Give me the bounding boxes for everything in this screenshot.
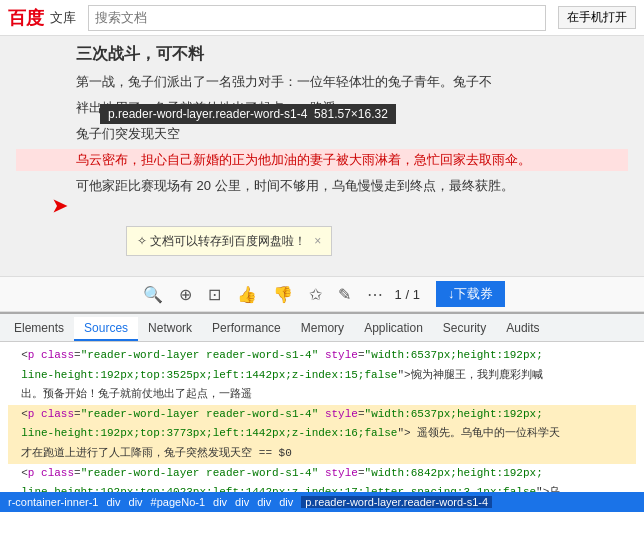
code-line-3: 出。预备开始！兔子就前仗地出了起点，一路遥	[8, 385, 636, 405]
devtools-content[interactable]: <p class="reader-word-layer reader-word-…	[0, 342, 644, 492]
doc-para-4: 可他家距比赛现场有 20 公里，时间不够用，乌龟慢慢走到终点，最终获胜。	[16, 175, 628, 197]
popup-text: ✧ 文档可以转存到百度网盘啦！	[137, 231, 306, 251]
thumbs-up-button[interactable]: 👍	[233, 285, 261, 304]
breadcrumb-item-4[interactable]: #pageNo-1	[151, 496, 205, 508]
tab-network[interactable]: Network	[138, 317, 202, 341]
code-line-8: line-height:192px;top:4023px;left:1442px…	[8, 483, 636, 492]
code-line-5: line-height:192px;top:3773px;left:1442px…	[8, 424, 636, 444]
toolbar-row: 🔍 ⊕ ⊡ 👍 👎 ✩ ✎ ⋯ 1 / 1 ↓下载券	[0, 276, 644, 312]
download-button[interactable]: ↓下载券	[436, 281, 506, 307]
devtools-tabs: Elements Sources Network Performance Mem…	[0, 314, 644, 342]
breadcrumb-item-3[interactable]: div	[129, 496, 143, 508]
breadcrumb-item-7[interactable]: div	[257, 496, 271, 508]
popup-close-button[interactable]: ×	[314, 231, 321, 251]
code-line-7: <p class="reader-word-layer reader-word-…	[8, 464, 636, 484]
fit-button[interactable]: ⊡	[204, 285, 225, 304]
code-line-4: <p class="reader-word-layer reader-word-…	[8, 405, 636, 425]
more-button[interactable]: ⋯	[363, 285, 387, 304]
doc-para-2: 袢出地用了。兔子就前仗地出了起点，一路遥	[16, 97, 628, 119]
page-info: 1 / 1	[395, 287, 420, 302]
search-input[interactable]	[88, 5, 546, 31]
share-button[interactable]: ✩	[305, 285, 326, 304]
doc-para-1: 第一战，兔子们派出了一名强力对手：一位年轻体壮的兔子青年。兔子不	[16, 71, 628, 93]
tab-performance[interactable]: Performance	[202, 317, 291, 341]
document-body: 第一战，兔子们派出了一名强力对手：一位年轻体壮的兔子青年。兔子不 袢出地用了。兔…	[16, 71, 628, 197]
code-line-2: line-height:192px;top:3525px;left:1442px…	[8, 366, 636, 386]
logo-sub: 文库	[50, 9, 76, 27]
breadcrumb-active[interactable]: p.reader-word-layer.reader-word-s1-4	[301, 496, 492, 508]
top-bar: 百度 文库 在手机打开	[0, 0, 644, 36]
breadcrumb-item-6[interactable]: div	[235, 496, 249, 508]
breadcrumb: r-container-inner-1 div div #pageNo-1 di…	[0, 492, 644, 512]
doc-para-3: 兔子们突发现天空	[16, 123, 628, 145]
breadcrumb-item-5[interactable]: div	[213, 496, 227, 508]
code-line-6: 才在跑道上进行了人工降雨，兔子突然发现天空 == $0	[8, 444, 636, 464]
document-area: 三次战斗，可不料 p.reader-word-layer.reader-word…	[0, 36, 644, 276]
breadcrumb-item-8[interactable]: div	[279, 496, 293, 508]
tab-elements[interactable]: Elements	[4, 317, 74, 341]
logo-text: 百度	[8, 6, 44, 30]
tab-audits[interactable]: Audits	[496, 317, 549, 341]
popup-banner: ✧ 文档可以转存到百度网盘啦！ ×	[126, 226, 332, 256]
breadcrumb-item-2[interactable]: div	[106, 496, 120, 508]
thumbs-down-button[interactable]: 👎	[269, 285, 297, 304]
tab-memory[interactable]: Memory	[291, 317, 354, 341]
devtools-panel: Elements Sources Network Performance Mem…	[0, 312, 644, 512]
doc-title: 三次战斗，可不料	[16, 44, 628, 65]
doc-para-red: 乌云密布，担心自己新婚的正为他加油的妻子被大雨淋着，急忙回家去取雨伞。	[16, 149, 628, 171]
top-right-actions: 在手机打开	[558, 6, 636, 29]
arrow-indicator: ➤	[52, 191, 67, 222]
comment-button[interactable]: ✎	[334, 285, 355, 304]
hand-open-button[interactable]: 在手机打开	[558, 6, 636, 29]
search-bar	[88, 5, 546, 31]
zoom-in-button[interactable]: ⊕	[175, 285, 196, 304]
logo-area: 百度 文库	[8, 6, 76, 30]
tab-security[interactable]: Security	[433, 317, 496, 341]
zoom-out-button[interactable]: 🔍	[139, 285, 167, 304]
tab-sources[interactable]: Sources	[74, 317, 138, 341]
breadcrumb-item-1[interactable]: r-container-inner-1	[8, 496, 98, 508]
tab-application[interactable]: Application	[354, 317, 433, 341]
code-line-1: <p class="reader-word-layer reader-word-…	[8, 346, 636, 366]
